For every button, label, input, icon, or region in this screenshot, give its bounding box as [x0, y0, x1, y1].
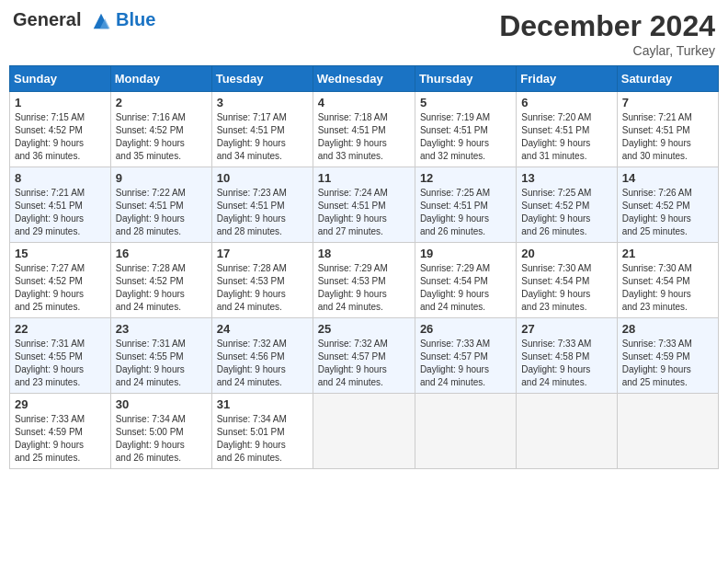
day-number: 13 — [521, 171, 611, 185]
day-info: Sunrise: 7:17 AM Sunset: 4:51 PM Dayligh… — [217, 111, 308, 163]
calendar-week-5: 29Sunrise: 7:33 AM Sunset: 4:59 PM Dayli… — [10, 394, 719, 469]
day-number: 30 — [116, 397, 207, 411]
day-number: 31 — [217, 397, 308, 411]
page-header: General Blue December 2024 Caylar, Turke… — [9, 9, 719, 58]
calendar-cell: 13Sunrise: 7:25 AM Sunset: 4:52 PM Dayli… — [517, 167, 617, 243]
day-info: Sunrise: 7:32 AM Sunset: 4:57 PM Dayligh… — [318, 338, 410, 389]
day-number: 25 — [318, 322, 410, 336]
day-info: Sunrise: 7:23 AM Sunset: 4:51 PM Dayligh… — [217, 187, 308, 238]
day-number: 18 — [318, 247, 410, 260]
day-info: Sunrise: 7:28 AM Sunset: 4:52 PM Dayligh… — [116, 262, 207, 314]
calendar-cell — [313, 394, 415, 469]
calendar-cell: 18Sunrise: 7:29 AM Sunset: 4:53 PM Dayli… — [313, 243, 415, 318]
calendar-cell: 4Sunrise: 7:18 AM Sunset: 4:51 PM Daylig… — [313, 92, 415, 167]
logo: General Blue — [13, 9, 155, 31]
day-info: Sunrise: 7:24 AM Sunset: 4:51 PM Dayligh… — [318, 187, 410, 238]
day-info: Sunrise: 7:26 AM Sunset: 4:52 PM Dayligh… — [622, 187, 713, 238]
day-info: Sunrise: 7:33 AM Sunset: 4:59 PM Dayligh… — [15, 413, 106, 465]
day-number: 4 — [318, 96, 410, 109]
calendar-week-2: 8Sunrise: 7:21 AM Sunset: 4:51 PM Daylig… — [10, 167, 719, 243]
day-number: 19 — [420, 247, 511, 260]
day-number: 21 — [622, 247, 713, 260]
day-info: Sunrise: 7:27 AM Sunset: 4:52 PM Dayligh… — [15, 262, 106, 314]
calendar-cell: 21Sunrise: 7:30 AM Sunset: 4:54 PM Dayli… — [617, 243, 718, 318]
day-number: 6 — [521, 96, 611, 109]
day-number: 9 — [116, 171, 207, 185]
day-number: 12 — [420, 171, 511, 185]
calendar-week-3: 15Sunrise: 7:27 AM Sunset: 4:52 PM Dayli… — [10, 243, 719, 318]
calendar-cell: 11Sunrise: 7:24 AM Sunset: 4:51 PM Dayli… — [313, 167, 415, 243]
calendar-cell: 28Sunrise: 7:33 AM Sunset: 4:59 PM Dayli… — [617, 318, 718, 394]
day-info: Sunrise: 7:31 AM Sunset: 4:55 PM Dayligh… — [116, 338, 207, 389]
day-info: Sunrise: 7:28 AM Sunset: 4:53 PM Dayligh… — [217, 262, 308, 314]
calendar-cell: 10Sunrise: 7:23 AM Sunset: 4:51 PM Dayli… — [211, 167, 313, 243]
day-number: 22 — [15, 322, 106, 336]
weekday-header-tuesday: Tuesday — [211, 66, 313, 92]
weekday-header-sunday: Sunday — [10, 66, 111, 92]
logo-general: General — [13, 9, 81, 29]
calendar-cell — [517, 394, 617, 469]
day-info: Sunrise: 7:22 AM Sunset: 4:51 PM Dayligh… — [116, 187, 207, 238]
day-number: 26 — [420, 322, 511, 336]
day-number: 11 — [318, 171, 410, 185]
day-info: Sunrise: 7:15 AM Sunset: 4:52 PM Dayligh… — [15, 111, 106, 163]
day-number: 1 — [15, 96, 106, 109]
calendar-cell: 22Sunrise: 7:31 AM Sunset: 4:55 PM Dayli… — [10, 318, 111, 394]
day-info: Sunrise: 7:20 AM Sunset: 4:51 PM Dayligh… — [521, 111, 611, 163]
day-info: Sunrise: 7:30 AM Sunset: 4:54 PM Dayligh… — [521, 262, 611, 314]
calendar-cell: 17Sunrise: 7:28 AM Sunset: 4:53 PM Dayli… — [211, 243, 313, 318]
calendar-cell: 27Sunrise: 7:33 AM Sunset: 4:58 PM Dayli… — [517, 318, 617, 394]
day-info: Sunrise: 7:29 AM Sunset: 4:53 PM Dayligh… — [318, 262, 410, 314]
calendar-week-1: 1Sunrise: 7:15 AM Sunset: 4:52 PM Daylig… — [10, 92, 719, 167]
day-info: Sunrise: 7:34 AM Sunset: 5:01 PM Dayligh… — [217, 413, 308, 465]
calendar-cell: 12Sunrise: 7:25 AM Sunset: 4:51 PM Dayli… — [415, 167, 516, 243]
calendar-cell: 29Sunrise: 7:33 AM Sunset: 4:59 PM Dayli… — [10, 394, 111, 469]
title-area: December 2024 Caylar, Turkey — [499, 9, 715, 58]
day-number: 17 — [217, 247, 308, 260]
calendar-cell: 26Sunrise: 7:33 AM Sunset: 4:57 PM Dayli… — [415, 318, 516, 394]
day-info: Sunrise: 7:16 AM Sunset: 4:52 PM Dayligh… — [116, 111, 207, 163]
day-number: 10 — [217, 171, 308, 185]
day-number: 7 — [622, 96, 713, 109]
day-number: 3 — [217, 96, 308, 109]
calendar-table: SundayMondayTuesdayWednesdayThursdayFrid… — [9, 65, 719, 469]
calendar-cell: 14Sunrise: 7:26 AM Sunset: 4:52 PM Dayli… — [617, 167, 718, 243]
day-number: 20 — [521, 247, 611, 260]
day-info: Sunrise: 7:32 AM Sunset: 4:56 PM Dayligh… — [217, 338, 308, 389]
day-info: Sunrise: 7:25 AM Sunset: 4:52 PM Dayligh… — [521, 187, 611, 238]
weekday-header-friday: Friday — [517, 66, 617, 92]
day-info: Sunrise: 7:21 AM Sunset: 4:51 PM Dayligh… — [15, 187, 106, 238]
day-number: 14 — [622, 171, 713, 185]
day-info: Sunrise: 7:29 AM Sunset: 4:54 PM Dayligh… — [420, 262, 511, 314]
calendar-cell: 8Sunrise: 7:21 AM Sunset: 4:51 PM Daylig… — [10, 167, 111, 243]
day-number: 23 — [116, 322, 207, 336]
calendar-cell: 16Sunrise: 7:28 AM Sunset: 4:52 PM Dayli… — [110, 243, 211, 318]
calendar-cell: 30Sunrise: 7:34 AM Sunset: 5:00 PM Dayli… — [110, 394, 211, 469]
day-info: Sunrise: 7:18 AM Sunset: 4:51 PM Dayligh… — [318, 111, 410, 163]
calendar-cell: 2Sunrise: 7:16 AM Sunset: 4:52 PM Daylig… — [110, 92, 211, 167]
day-info: Sunrise: 7:33 AM Sunset: 4:58 PM Dayligh… — [521, 338, 611, 389]
calendar-cell: 5Sunrise: 7:19 AM Sunset: 4:51 PM Daylig… — [415, 92, 516, 167]
calendar-cell: 19Sunrise: 7:29 AM Sunset: 4:54 PM Dayli… — [415, 243, 516, 318]
calendar-cell: 3Sunrise: 7:17 AM Sunset: 4:51 PM Daylig… — [211, 92, 313, 167]
day-info: Sunrise: 7:31 AM Sunset: 4:55 PM Dayligh… — [15, 338, 106, 389]
calendar-cell: 24Sunrise: 7:32 AM Sunset: 4:56 PM Dayli… — [211, 318, 313, 394]
calendar-cell: 9Sunrise: 7:22 AM Sunset: 4:51 PM Daylig… — [110, 167, 211, 243]
calendar-cell: 25Sunrise: 7:32 AM Sunset: 4:57 PM Dayli… — [313, 318, 415, 394]
day-number: 27 — [521, 322, 611, 336]
day-number: 28 — [622, 322, 713, 336]
day-number: 16 — [116, 247, 207, 260]
location: Caylar, Turkey — [499, 43, 715, 58]
day-number: 15 — [15, 247, 106, 260]
day-number: 24 — [217, 322, 308, 336]
calendar-cell: 23Sunrise: 7:31 AM Sunset: 4:55 PM Dayli… — [110, 318, 211, 394]
calendar-cell: 31Sunrise: 7:34 AM Sunset: 5:01 PM Dayli… — [211, 394, 313, 469]
day-info: Sunrise: 7:30 AM Sunset: 4:54 PM Dayligh… — [622, 262, 713, 314]
weekday-header-saturday: Saturday — [617, 66, 718, 92]
weekday-header-wednesday: Wednesday — [313, 66, 415, 92]
weekday-header-monday: Monday — [110, 66, 211, 92]
day-number: 29 — [15, 397, 106, 411]
logo-blue: Blue — [116, 9, 155, 30]
calendar-header-row: SundayMondayTuesdayWednesdayThursdayFrid… — [10, 66, 719, 92]
day-info: Sunrise: 7:33 AM Sunset: 4:57 PM Dayligh… — [420, 338, 511, 389]
